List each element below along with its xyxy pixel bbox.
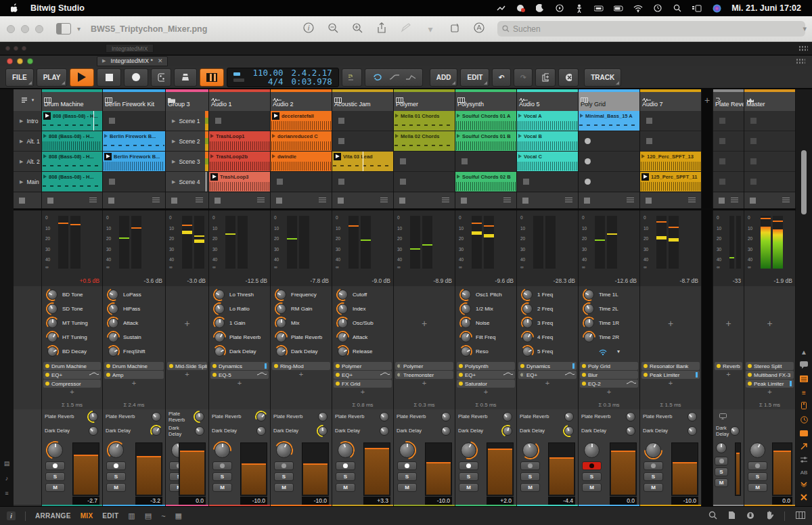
pan-knob[interactable] [521, 441, 539, 459]
siri-icon[interactable] [712, 4, 721, 12]
clip-slot[interactable] [103, 172, 165, 192]
add-device-button[interactable]: + [166, 370, 208, 379]
lock-icon[interactable] [746, 511, 754, 521]
clip-play-icon[interactable] [518, 114, 522, 118]
file-icon[interactable] [728, 511, 736, 521]
track-header-polymer[interactable]: Polymer [394, 89, 455, 111]
info-icon[interactable]: i [7, 511, 16, 520]
volume-fader[interactable] [425, 442, 452, 496]
bw-zoom-button[interactable] [27, 58, 33, 64]
tab-edit[interactable]: EDIT [102, 512, 118, 520]
clip-history-icon[interactable] [152, 198, 160, 204]
device-on-icon[interactable] [336, 373, 340, 377]
clip-playing-icon[interactable] [334, 153, 341, 160]
device-chip-polymer[interactable]: Polymer [395, 362, 453, 370]
info-icon[interactable]: i [302, 22, 315, 35]
mute-button[interactable]: M [336, 483, 355, 492]
clip-stop-button[interactable] [215, 118, 221, 124]
device-chip-eq-[interactable]: EQ+ [43, 371, 101, 379]
scene-list-menu[interactable]: ▾ [14, 89, 41, 111]
remote-knob[interactable] [46, 302, 59, 315]
clip-slot[interactable]: TrashLoop3 [209, 172, 270, 192]
apple-logo-icon[interactable] [11, 3, 20, 14]
send-knob[interactable] [87, 425, 99, 437]
mute-button[interactable]: M [45, 483, 65, 492]
clip-stop-button[interactable] [400, 158, 406, 164]
track-menu-button[interactable]: TRACK [584, 68, 621, 87]
clip-slot[interactable] [713, 152, 744, 172]
mute-button[interactable]: M [644, 483, 663, 492]
clip-stop-button[interactable] [719, 118, 725, 124]
device-off-icon[interactable] [520, 373, 524, 377]
clock-icon[interactable] [800, 416, 808, 425]
send-knob[interactable] [317, 425, 329, 437]
stop-all-clips-button[interactable] [719, 198, 725, 204]
record-arm-button[interactable] [397, 461, 417, 470]
zoom-out-icon[interactable] [327, 22, 339, 35]
clip-play-icon[interactable] [518, 134, 522, 138]
remote-knob[interactable] [107, 317, 120, 329]
drag-handle-icon[interactable] [798, 45, 808, 51]
loop-icon[interactable] [371, 73, 384, 81]
send-knob[interactable] [150, 425, 162, 437]
tab-arrange[interactable]: ARRANGE [35, 512, 71, 520]
send-knob[interactable] [255, 411, 267, 423]
send-knob[interactable] [729, 425, 741, 437]
remote-knob[interactable] [107, 302, 120, 315]
volume-fader[interactable] [548, 442, 575, 496]
device-on-icon[interactable] [717, 364, 721, 368]
track-header-acoustic-jam[interactable]: Acoustic Jam [332, 89, 394, 111]
clip-play-icon[interactable] [43, 175, 47, 179]
clip-slot[interactable]: TrashLoop2b [209, 152, 270, 172]
clip-play-icon[interactable] [272, 154, 275, 158]
play-menu-button[interactable]: PLAY [37, 68, 68, 87]
send-knob[interactable] [378, 411, 390, 423]
device-on-icon[interactable] [644, 364, 648, 368]
device-chip-drum-machine[interactable]: Drum Machine [104, 362, 164, 370]
stop-all-clips-button[interactable] [276, 198, 282, 204]
page-select-icon[interactable]: ▾ [617, 348, 620, 355]
chevron-down-icon[interactable] [800, 481, 807, 488]
track-header-audio-7[interactable]: Audio 7 [640, 89, 702, 111]
play-button[interactable] [70, 68, 94, 87]
clip-history-icon[interactable] [627, 198, 634, 204]
add-remote-controls-button[interactable]: + [640, 286, 701, 361]
device-on-icon[interactable] [336, 382, 340, 386]
stop-all-clips-button[interactable] [215, 198, 221, 204]
clip-slot[interactable]: 125_Perc_SPFT_11 [640, 172, 701, 192]
edit-menu-button[interactable]: EDIT [460, 68, 489, 87]
sidebar-chevron-icon[interactable]: ▾ [77, 25, 81, 32]
clip-stop-button[interactable] [585, 158, 591, 164]
device-on-icon[interactable] [459, 382, 463, 386]
device-chip-eq-5[interactable]: EQ-5 [210, 371, 269, 379]
scroll-up-icon[interactable]: ▲ [800, 348, 807, 356]
add-device-button[interactable]: + [579, 388, 639, 396]
clip-slot[interactable] [640, 131, 701, 152]
clip-slot[interactable]: ▶Scene 2 [166, 131, 208, 152]
clip-playing-icon[interactable] [43, 112, 51, 120]
device-chip-blur[interactable]: Blur [580, 371, 638, 379]
device-on-icon[interactable] [106, 364, 110, 368]
clip-play-icon[interactable] [210, 154, 214, 158]
hand-icon[interactable] [765, 511, 773, 521]
clip-stop-button[interactable] [750, 138, 757, 144]
clip-slot[interactable]: TrashLoop1 [209, 131, 270, 152]
crop-rotate-icon[interactable] [449, 23, 461, 35]
clip-slot[interactable]: Soulful Chords 01 B [455, 131, 516, 152]
pan-knob[interactable] [459, 441, 478, 459]
clip-history-icon[interactable] [442, 198, 449, 204]
bw-minimize-button[interactable] [17, 58, 23, 64]
device-on-icon[interactable] [106, 373, 110, 377]
clip-slot[interactable]: 808 (Bass-08) - H... [42, 152, 102, 172]
stop-all-clips-button[interactable] [750, 198, 756, 204]
screen-record-icon[interactable] [496, 4, 505, 12]
device-on-icon[interactable] [582, 382, 586, 386]
clip-play-icon[interactable] [457, 114, 460, 118]
metronome-button[interactable] [174, 68, 197, 87]
device-on-icon[interactable] [644, 373, 648, 377]
clip-play-icon[interactable] [43, 154, 47, 158]
add-device-button[interactable]: + [744, 388, 795, 396]
clip-slot[interactable]: 808 (Bass-08) - H... [42, 172, 102, 192]
device-chip-ring-mod[interactable]: Ring-Mod [272, 362, 330, 370]
device-chip-polymer[interactable]: Polymer [334, 362, 392, 370]
